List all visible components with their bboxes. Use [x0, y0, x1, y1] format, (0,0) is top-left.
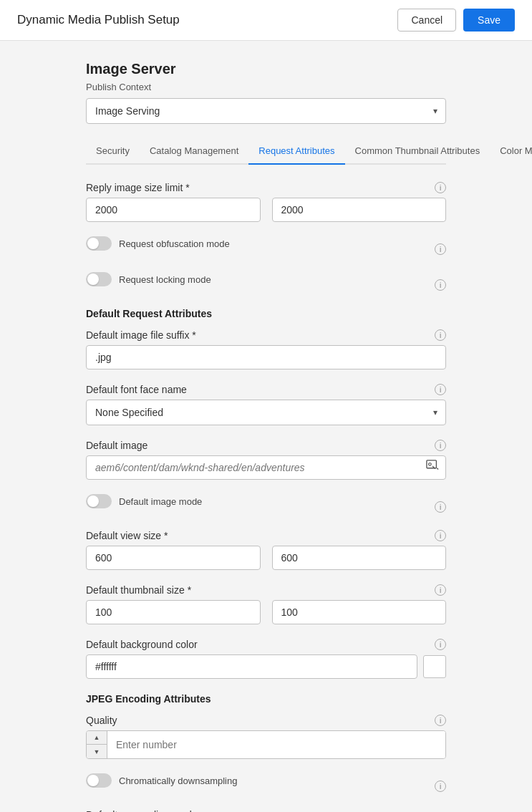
reply-image-size-info-icon[interactable]: i	[435, 182, 446, 193]
request-locking-label: Request locking mode	[119, 274, 211, 285]
default-image-file-suffix-label: Default image file suffix *	[86, 329, 196, 341]
app-header: Dynamic Media Publish Setup Cancel Save	[0, 0, 532, 41]
publish-context-label: Publish Context	[86, 82, 446, 92]
default-thumbnail-size-info-icon[interactable]: i	[435, 584, 446, 596]
default-view-size-input-1[interactable]	[86, 546, 261, 570]
default-view-size-label: Default view size *	[86, 530, 168, 541]
default-view-size-input-2[interactable]	[272, 546, 447, 570]
reply-image-size-input-1[interactable]	[86, 198, 261, 222]
cancel-button[interactable]: Cancel	[397, 9, 456, 32]
chromatically-downsampling-label: Chromatically downsampling	[119, 775, 237, 786]
quality-input[interactable]	[107, 731, 445, 758]
stepper-up-button[interactable]: ▲	[87, 731, 107, 745]
default-background-color-input[interactable]	[86, 654, 417, 679]
default-font-face-name-field: Default font face name i None Specified …	[86, 384, 446, 425]
default-image-file-suffix-info-icon[interactable]: i	[435, 329, 446, 341]
quality-label: Quality	[86, 715, 117, 726]
default-image-field: Default image i	[86, 440, 446, 480]
tab-request-attributes[interactable]: Request Attributes	[248, 138, 344, 165]
request-locking-info-icon[interactable]: i	[435, 279, 446, 291]
default-background-color-label: Default background color	[86, 639, 198, 650]
default-image-input[interactable]	[86, 455, 446, 480]
default-resampling-mode-field: Default resampling mode Tri-linear(depre…	[86, 809, 446, 812]
default-background-color-field: Default background color i	[86, 639, 446, 679]
request-obfuscation-info-icon[interactable]: i	[435, 243, 446, 255]
default-view-size-inputs	[86, 546, 446, 570]
default-font-face-name-info-icon[interactable]: i	[435, 384, 446, 395]
default-resampling-mode-label: Default resampling mode	[86, 809, 198, 812]
default-image-mode-toggle-row: Default image mode	[86, 494, 202, 508]
default-thumbnail-size-input-1[interactable]	[86, 600, 261, 624]
page-title: Dynamic Media Publish Setup	[17, 13, 180, 27]
request-obfuscation-row: Request obfuscation mode i	[86, 236, 446, 262]
default-background-color-wrapper	[86, 654, 446, 679]
save-button[interactable]: Save	[463, 9, 515, 32]
default-image-mode-label: Default image mode	[119, 496, 202, 507]
reply-image-size-field: Reply image size limit * i	[86, 182, 446, 222]
default-view-size-info-icon[interactable]: i	[435, 530, 446, 541]
default-thumbnail-size-field: Default thumbnail size * i	[86, 584, 446, 624]
default-font-face-select[interactable]: None Specified	[86, 400, 446, 425]
stepper-down-button[interactable]: ▼	[87, 745, 107, 758]
quality-stepper: ▲ ▼	[86, 730, 446, 759]
default-background-color-info-icon[interactable]: i	[435, 639, 446, 650]
request-obfuscation-toggle-row: Request obfuscation mode	[86, 236, 230, 251]
chromatically-downsampling-info-icon[interactable]: i	[435, 780, 446, 792]
default-font-face-name-label: Default font face name	[86, 384, 187, 395]
default-image-label: Default image	[86, 440, 147, 451]
tabs-bar: Security Catalog Management Request Attr…	[86, 138, 446, 165]
tab-security[interactable]: Security	[86, 138, 140, 165]
default-thumbnail-size-label: Default thumbnail size *	[86, 584, 191, 596]
default-thumbnail-size-inputs	[86, 600, 446, 624]
reply-image-size-input-2[interactable]	[272, 198, 447, 222]
reply-image-size-inputs	[86, 198, 446, 222]
default-font-face-select-wrapper: None Specified ▾	[86, 400, 446, 425]
chromatically-downsampling-toggle[interactable]	[86, 773, 112, 788]
default-image-mode-toggle[interactable]	[86, 494, 112, 508]
quality-field: Quality i ▲ ▼	[86, 715, 446, 759]
tab-color-management-attributes[interactable]: Color Management Attributes	[490, 138, 532, 165]
default-image-file-suffix-field: Default image file suffix * i	[86, 329, 446, 369]
request-obfuscation-toggle[interactable]	[86, 236, 112, 251]
request-locking-row: Request locking mode i	[86, 272, 446, 298]
request-obfuscation-label: Request obfuscation mode	[119, 238, 230, 249]
chromatically-downsampling-row: Chromatically downsampling i	[86, 773, 446, 799]
default-image-search-icon[interactable]	[426, 460, 439, 475]
default-image-file-suffix-input[interactable]	[86, 345, 446, 369]
request-locking-toggle[interactable]	[86, 272, 112, 286]
tab-catalog-management[interactable]: Catalog Management	[140, 138, 248, 165]
jpeg-encoding-title: JPEG Encoding Attributes	[86, 693, 446, 705]
default-image-input-wrapper	[86, 455, 446, 480]
svg-line-3	[437, 468, 438, 470]
section-title: Image Server	[86, 61, 446, 77]
stepper-controls: ▲ ▼	[87, 731, 107, 758]
header-actions: Cancel Save	[397, 9, 515, 32]
svg-point-1	[429, 463, 432, 466]
main-content: Image Server Publish Context Image Servi…	[0, 41, 532, 812]
default-request-attributes-title: Default Request Attributes	[86, 308, 446, 319]
publish-context-select[interactable]: Image Serving	[86, 98, 446, 124]
default-thumbnail-size-input-2[interactable]	[272, 600, 447, 624]
quality-info-icon[interactable]: i	[435, 715, 446, 726]
background-color-swatch[interactable]	[423, 655, 446, 678]
default-image-mode-info-icon[interactable]: i	[435, 501, 446, 513]
default-view-size-field: Default view size * i	[86, 530, 446, 570]
reply-image-size-label: Reply image size limit *	[86, 182, 190, 193]
request-locking-toggle-row: Request locking mode	[86, 272, 211, 286]
publish-context-select-wrapper: Image Serving ▾	[86, 98, 446, 124]
tab-common-thumbnail-attributes[interactable]: Common Thumbnail Attributes	[345, 138, 490, 165]
default-image-mode-row: Default image mode i	[86, 494, 446, 520]
default-image-info-icon[interactable]: i	[435, 440, 446, 451]
chromatically-downsampling-toggle-row: Chromatically downsampling	[86, 773, 237, 788]
